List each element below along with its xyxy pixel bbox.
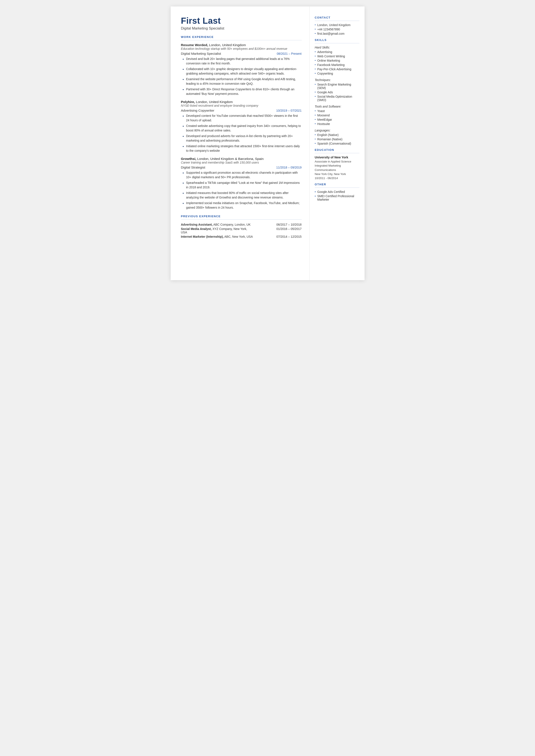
prev-exp-row-2: Social Media Analyst, XYZ Company, New Y… — [181, 227, 302, 235]
bullet-1-3: Examined the website performance of RW u… — [183, 77, 302, 86]
language-3: Spanish (Conversational) — [315, 142, 359, 145]
company-name-3: Growthsi, London, United Kingdom & Barce… — [181, 157, 302, 161]
job-header-3: Digital Strategist 11/2018 – 09/2019 — [181, 165, 302, 169]
other-item-1: Google Ads Certified — [315, 190, 359, 193]
hard-skill-1: Advertising — [315, 50, 359, 54]
company-desc-2: NYSE-listed recruitment and employer bra… — [181, 104, 302, 107]
tool-4: Hootsuite — [315, 122, 359, 126]
contact-heading: CONTACT — [315, 16, 359, 19]
technique-2: Google Ads — [315, 91, 359, 94]
education-block: University of New York Associate in Appl… — [315, 155, 359, 180]
bullet-3-2: Spearheaded a TikTok campaign titled "Lo… — [183, 181, 302, 190]
bullet-2-1: Developed content for YouTube commercial… — [183, 114, 302, 123]
previous-exp-table: Advertising Assistant, ABC Company, Lond… — [181, 222, 302, 239]
work-experience-section: WORK EXPERIENCE Resume Worded, London, U… — [181, 35, 302, 210]
company-name-2: Polyhire, London, United Kingdom — [181, 100, 302, 104]
job-header-1: Digital Marketing Specialist 08/2021 – P… — [181, 52, 302, 56]
techniques-list: Search Engine Marketing (SEM) Google Ads… — [315, 83, 359, 102]
job-dates-3: 11/2018 – 09/2019 — [276, 166, 301, 169]
job-title-2: Advertising Copywriter — [181, 109, 214, 113]
bullet-3-1: Supported a significant promotion across… — [183, 170, 302, 180]
education-divider — [315, 153, 359, 153]
contact-phone: +44 1234567890 — [315, 28, 359, 31]
job-block-3: Growthsi, London, United Kingdom & Barce… — [181, 157, 302, 210]
bullet-1-1: Devised and built 20+ landing pages that… — [183, 57, 302, 66]
job-block-1: Resume Worded, London, United Kingdom Ed… — [181, 43, 302, 96]
edu-dates: 10/2011 - 06/2014 — [315, 176, 359, 180]
prev-exp-role-2: Social Media Analyst, XYZ Company, New Y… — [181, 227, 253, 235]
languages-label: Languages: — [315, 129, 359, 132]
hard-skill-4: Facebook Marketing — [315, 63, 359, 67]
edu-degree: Associate in Applied Science — [315, 159, 359, 164]
tool-3: MeetEdgar — [315, 118, 359, 121]
technique-3: Social Media Optimization (SMO) — [315, 95, 359, 102]
sidebar-column: CONTACT London, United Kingdom +44 12345… — [310, 7, 365, 280]
hard-skill-3: Online Marketing — [315, 59, 359, 62]
job-title-3: Digital Strategist — [181, 165, 205, 169]
candidate-name: First Last — [181, 16, 302, 25]
hard-skill-2: Web Content Writing — [315, 55, 359, 58]
contact-location: London, United Kingdom — [315, 23, 359, 27]
skills-heading: SKILLS — [315, 38, 359, 42]
edu-school: University of New York — [315, 155, 359, 159]
tool-1: Yoast — [315, 109, 359, 113]
bullet-1-4: Partnered with 30+ Direct Response Copyw… — [183, 87, 302, 96]
bullet-3-3: Initiated measures that boosted 80% of t… — [183, 191, 302, 200]
job-dates-1: 08/2021 – Present — [277, 52, 301, 55]
bullet-2-4: Initiated online marketing strategies th… — [183, 144, 302, 153]
technique-1: Search Engine Marketing (SEM) — [315, 83, 359, 90]
hard-skill-6: Copywriting — [315, 72, 359, 75]
education-section: EDUCATION University of New York Associa… — [315, 148, 359, 180]
prev-exp-row-1: Advertising Assistant, ABC Company, Lond… — [181, 222, 302, 227]
company-name-1: Resume Worded, London, United Kingdom — [181, 43, 302, 47]
contact-email: first.last@gmail.com — [315, 32, 359, 35]
previous-experience-divider — [181, 219, 302, 220]
company-desc-3: Career training and membership SaaS with… — [181, 161, 302, 164]
language-1: English (Native) — [315, 133, 359, 137]
contact-section: CONTACT London, United Kingdom +44 12345… — [315, 16, 359, 35]
techniques-label: Techniques: — [315, 78, 359, 82]
prev-exp-row-3: Internet Marketer (Internship), ABC, New… — [181, 235, 302, 239]
work-experience-heading: WORK EXPERIENCE — [181, 35, 302, 39]
edu-field: Integrated Marketing Communications — [315, 164, 359, 172]
job-block-2: Polyhire, London, United Kingdom NYSE-li… — [181, 100, 302, 153]
bullet-1-2: Collaborated with 10+ graphic designers … — [183, 67, 302, 76]
contact-list: London, United Kingdom +44 1234567890 fi… — [315, 23, 359, 35]
job-header-2: Advertising Copywriter 10/2019 – 07/2021 — [181, 109, 302, 113]
job-title-1: Digital Marketing Specialist — [181, 52, 221, 56]
prev-exp-dates-2: 01/2016 – 05/2017 — [253, 227, 302, 235]
tools-label: Tools and Software: — [315, 105, 359, 108]
main-column: First Last Digital Marketing Specialist … — [171, 7, 310, 280]
job-bullets-2: Developed content for YouTube commercial… — [181, 114, 302, 153]
previous-experience-section: PREVIOUS EXPERIENCE Advertising Assistan… — [181, 215, 302, 239]
bullet-2-3: Developed and produced adverts for vario… — [183, 134, 302, 143]
bullet-2-2: Created website advertising copy that ga… — [183, 124, 302, 133]
other-section: OTHER Google Ads Certified SMEI Certifie… — [315, 183, 359, 201]
company-desc-1: Education technology startup with 50+ em… — [181, 47, 302, 50]
prev-exp-role-1: Advertising Assistant, ABC Company, Lond… — [181, 222, 253, 227]
prev-exp-dates-1: 06/2017 – 10/2018 — [253, 222, 302, 227]
prev-exp-role-3: Internet Marketer (Internship), ABC, New… — [181, 235, 253, 239]
job-dates-2: 10/2019 – 07/2021 — [276, 109, 301, 112]
bullet-3-4: Implemented social media initiatives on … — [183, 201, 302, 210]
candidate-title: Digital Marketing Specialist — [181, 26, 302, 31]
prev-exp-dates-3: 07/2014 – 12/2015 — [253, 235, 302, 239]
skills-section: SKILLS Hard Skills: Advertising Web Cont… — [315, 38, 359, 145]
language-2: Romanian (Native) — [315, 137, 359, 141]
tool-2: Moosend — [315, 114, 359, 117]
languages-list: English (Native) Romanian (Native) Spani… — [315, 133, 359, 145]
education-heading: EDUCATION — [315, 148, 359, 152]
resume-page: First Last Digital Marketing Specialist … — [171, 7, 365, 280]
hard-skill-5: Pay-Per-Click Advertising — [315, 68, 359, 71]
job-bullets-1: Devised and built 20+ landing pages that… — [181, 57, 302, 96]
other-list: Google Ads Certified SMEI Certified Prof… — [315, 190, 359, 201]
other-item-2: SMEI Certified Professional Marketer — [315, 194, 359, 201]
job-bullets-3: Supported a significant promotion across… — [181, 170, 302, 210]
other-divider — [315, 187, 359, 188]
edu-location: New York City, New York — [315, 172, 359, 176]
other-heading: OTHER — [315, 183, 359, 186]
tools-list: Yoast Moosend MeetEdgar Hootsuite — [315, 109, 359, 126]
hard-skills-label: Hard Skills: — [315, 46, 359, 49]
hard-skills-list: Advertising Web Content Writing Online M… — [315, 50, 359, 75]
header-block: First Last Digital Marketing Specialist — [181, 16, 302, 31]
